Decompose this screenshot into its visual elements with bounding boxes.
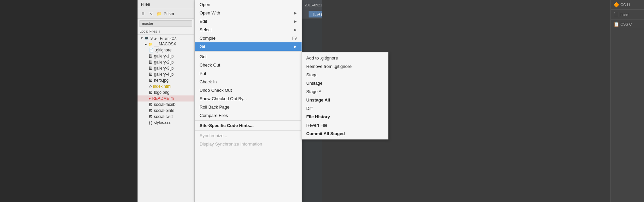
menu-item-show-checked-out[interactable]: Show Checked Out By... <box>195 94 302 103</box>
image-icon: 🖼 <box>149 115 153 119</box>
cc-libraries-button[interactable]: 🔶 CC Li <box>611 0 644 10</box>
computer-icon[interactable]: 🖥 <box>140 10 146 17</box>
right-icon-column: 🔶 CC Li ⬛ Inser 📋 CSS C <box>610 0 644 202</box>
list-item[interactable]: 🖼 gallery-3.jp <box>138 65 194 71</box>
file-icon: 📄 <box>149 48 154 52</box>
branch-selector[interactable]: master <box>140 20 192 27</box>
context-menu-sub: Add to .gitignore Remove from .gitignore… <box>301 52 388 139</box>
menu-item-rollback[interactable]: Roll Back Page <box>195 103 302 111</box>
menu-item-compare[interactable]: Compare Files <box>195 111 302 120</box>
image-icon: 🖼 <box>149 103 153 107</box>
sub-menu-item-add-gitignore[interactable]: Add to .gitignore <box>302 54 388 62</box>
sub-menu-item-commit-all-staged[interactable]: Commit All Staged <box>302 129 388 138</box>
list-item[interactable]: ◇ index.html <box>138 83 194 89</box>
shortcut-label: F9 <box>292 36 297 41</box>
arrow-icon: ▶ <box>294 11 297 15</box>
arrow-icon: ▶ <box>294 28 297 32</box>
image-icon: 🖼 <box>149 60 153 64</box>
image-icon: 🖼 <box>149 72 153 76</box>
menu-item-get[interactable]: Get <box>195 52 302 61</box>
sub-menu-item-unstage[interactable]: Unstage <box>302 79 388 87</box>
menu-separator <box>195 120 302 121</box>
menu-item-checkout[interactable]: Check Out <box>195 61 302 69</box>
insert-button[interactable]: ⬛ Inser <box>611 10 644 19</box>
menu-item-synchronize: Synchronize... <box>195 131 302 140</box>
menu-item-put[interactable]: Put <box>195 69 302 78</box>
list-item[interactable]: 🖼 hero.jpg <box>138 77 194 83</box>
list-item[interactable]: 🖼 gallery-2.jp <box>138 59 194 65</box>
chevron-right-icon: ▸ <box>145 42 147 46</box>
list-item[interactable]: 🖼 social-pinte <box>138 108 194 114</box>
html-icon: ◇ <box>149 84 152 89</box>
menu-separator <box>195 130 302 131</box>
folder-icon: 📁 <box>148 42 153 46</box>
sub-menu-item-revert-file[interactable]: Revert File <box>302 121 388 129</box>
sub-menu-item-remove-gitignore[interactable]: Remove from .gitignore <box>302 62 388 71</box>
context-menu-main: Open Open With ▶ Edit ▶ Select ▶ Compile… <box>195 0 302 202</box>
upload-icon: ↑ <box>159 29 161 33</box>
list-item[interactable]: ▸ 📁 __MACOSX <box>138 41 194 47</box>
menu-item-display-sync: Display Synchronize Information <box>195 140 302 148</box>
menu-item-git[interactable]: Git ▶ <box>195 42 302 51</box>
insert-icon: ⬛ <box>613 12 619 17</box>
sub-menu-item-unstage-all[interactable]: Unstage All <box>302 96 388 104</box>
computer-small-icon: 💻 <box>144 36 149 40</box>
menu-item-select[interactable]: Select ▶ <box>195 26 302 34</box>
list-item[interactable]: 🖼 social-twitt <box>138 114 194 120</box>
list-item[interactable]: 🖼 gallery-4.jp <box>138 71 194 77</box>
arrow-icon: ▶ <box>294 19 297 23</box>
folder-icon[interactable]: 📁 <box>156 10 162 17</box>
list-item[interactable]: 🖼 gallery-1.jp <box>138 53 194 59</box>
image-icon: 🖼 <box>149 66 153 70</box>
sub-menu-item-stage-all[interactable]: Stage All <box>302 87 388 96</box>
left-panel <box>0 0 138 202</box>
prism-label: Prism <box>164 11 174 16</box>
image-icon: 🖼 <box>149 90 153 94</box>
local-files-header: Local Files ↑ <box>138 28 194 35</box>
files-panel-header: Files <box>138 0 194 9</box>
menu-item-open[interactable]: Open <box>195 0 302 9</box>
menu-separator <box>195 51 302 52</box>
sub-menu-item-file-history[interactable]: File History <box>302 113 388 121</box>
files-panel-title: Files <box>141 2 150 7</box>
menu-item-open-with[interactable]: Open With ▶ <box>195 9 302 17</box>
list-item[interactable]: ♦ README.m <box>138 95 194 102</box>
css-designer-button[interactable]: 📋 CSS C <box>611 19 644 29</box>
menu-item-site-specific[interactable]: Site-Specific Code Hints... <box>195 121 302 130</box>
css-icon: 📋 <box>613 22 619 27</box>
image-icon: 🖼 <box>149 78 153 82</box>
menu-item-edit[interactable]: Edit ▶ <box>195 17 302 26</box>
arrow-icon: ▶ <box>294 45 297 48</box>
sub-menu-item-stage[interactable]: Stage <box>302 71 388 79</box>
image-icon: 🖼 <box>149 109 153 113</box>
files-toolbar: 🖥 ⌥ 📁 Prism <box>138 9 194 19</box>
list-item[interactable]: 🖼 logo.png <box>138 89 194 95</box>
git-file-icon: ♦ <box>149 96 151 100</box>
list-item[interactable]: 🖼 social-faceb <box>138 102 194 108</box>
sub-menu-item-diff[interactable]: Diff <box>302 104 388 113</box>
menu-item-checkin[interactable]: Check In <box>195 78 302 86</box>
list-item[interactable]: 📄 .gitignore <box>138 47 194 53</box>
cc-libraries-icon: 🔶 <box>613 2 619 7</box>
menu-item-undo-checkout[interactable]: Undo Check Out <box>195 86 302 94</box>
chevron-icon: ▾ <box>141 36 143 40</box>
css-icon: { } <box>149 121 152 125</box>
list-item[interactable]: { } styles.css <box>138 120 194 126</box>
git-icon[interactable]: ⌥ <box>148 10 154 17</box>
menu-item-compile[interactable]: Compile F9 <box>195 34 302 42</box>
file-tree: ▾ 💻 Site - Prism (C:\ ▸ 📁 __MACOSX 📄 .gi… <box>138 35 194 126</box>
file-tree-root[interactable]: ▾ 💻 Site - Prism (C:\ <box>138 35 194 41</box>
files-panel: Files 🖥 ⌥ 📁 Prism master Local Files ↑ ▾… <box>138 0 195 202</box>
image-icon: 🖼 <box>149 54 153 58</box>
